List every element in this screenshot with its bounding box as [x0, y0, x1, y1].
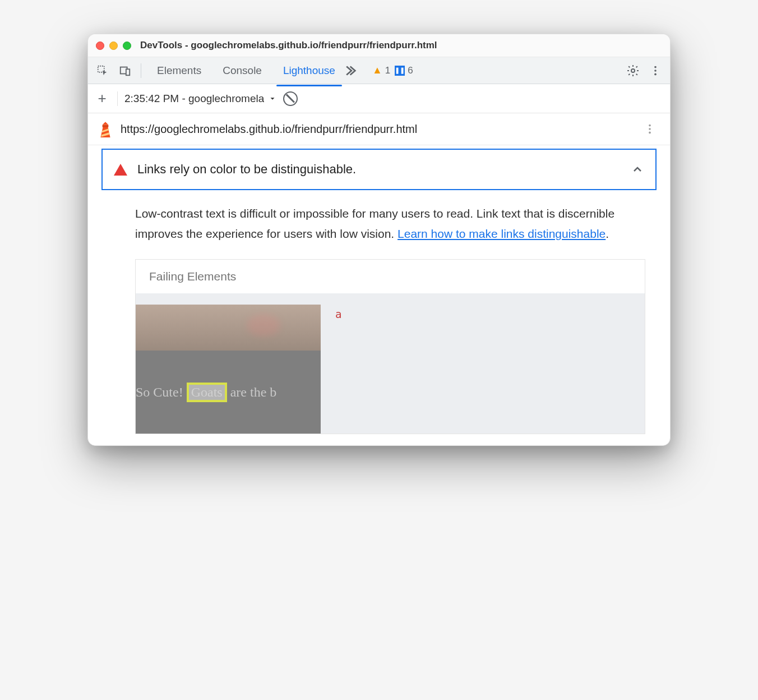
issues-count: 6: [408, 65, 413, 76]
devtools-toolbar: Elements Console Lighthouse ▲ 1 ❚❚ 6: [88, 57, 670, 84]
window-title: DevTools - googlechromelabs.github.io/fr…: [140, 40, 437, 51]
chevron-up-icon: [631, 163, 644, 176]
issue-badges: ▲ 1 ❚❚ 6: [372, 65, 413, 76]
issue-icon: ❚❚: [395, 66, 405, 76]
svg-point-6: [654, 73, 657, 75]
tabs-overflow-button[interactable]: [345, 63, 360, 78]
close-window-button[interactable]: [96, 42, 104, 50]
tab-lighthouse[interactable]: Lighthouse: [281, 59, 338, 82]
lighthouse-subbar: + 2:35:42 PM - googlechromela: [88, 84, 670, 113]
svg-point-10: [649, 132, 651, 134]
clear-report-button[interactable]: [283, 91, 298, 106]
divider: [141, 63, 141, 78]
issues-badge[interactable]: ❚❚ 6: [395, 65, 413, 76]
audit-item-header[interactable]: Links rely on color to be distinguishabl…: [101, 149, 657, 190]
more-menu-icon[interactable]: [645, 61, 665, 81]
divider: [117, 91, 118, 106]
audit-description: Low-contrast text is difficult or imposs…: [101, 190, 657, 257]
failing-elements-body: So Cute! Goats are the b a: [136, 293, 645, 434]
svg-point-4: [654, 66, 657, 68]
thumbnail-image-region: [136, 305, 321, 351]
report-selector[interactable]: 2:35:42 PM - googlechromela: [124, 93, 276, 105]
failing-elements-panel: Failing Elements So Cute! Goats are the …: [135, 259, 645, 434]
warnings-count: 1: [385, 65, 390, 76]
failing-elements-header: Failing Elements: [136, 260, 645, 293]
new-report-button[interactable]: +: [94, 90, 110, 107]
warnings-badge[interactable]: ▲ 1: [372, 65, 390, 76]
report-url: https://googlechromelabs.github.io/frien…: [121, 123, 632, 136]
thumb-text-post: are the b: [230, 385, 277, 400]
fail-triangle-icon: [114, 164, 127, 176]
lighthouse-icon: [98, 121, 113, 137]
settings-gear-icon[interactable]: [623, 61, 643, 81]
highlighted-link-text: Goats: [187, 383, 227, 402]
inspect-element-icon[interactable]: [93, 61, 113, 81]
titlebar: DevTools - googlechromelabs.github.io/fr…: [88, 34, 670, 57]
audit-content: Links rely on color to be distinguishabl…: [88, 149, 670, 445]
thumbnail-text-region: So Cute! Goats are the b: [136, 351, 321, 434]
element-screenshot-thumbnail[interactable]: So Cute! Goats are the b: [136, 305, 321, 434]
warning-triangle-icon: ▲: [372, 65, 382, 76]
learn-more-link[interactable]: Learn how to make links distinguishable: [398, 227, 606, 240]
thumb-text-pre: So Cute!: [136, 385, 183, 400]
svg-point-8: [649, 125, 651, 127]
svg-point-5: [654, 70, 657, 72]
selected-report-label: 2:35:42 PM - googlechromela: [124, 93, 264, 105]
device-toolbar-icon[interactable]: [115, 61, 135, 81]
devtools-window: DevTools - googlechromelabs.github.io/fr…: [87, 34, 671, 446]
tab-console[interactable]: Console: [220, 59, 264, 82]
minimize-window-button[interactable]: [109, 42, 118, 50]
audit-title: Links rely on color to be distinguishabl…: [137, 162, 621, 177]
tab-elements[interactable]: Elements: [155, 59, 204, 82]
svg-point-9: [649, 128, 651, 130]
report-url-bar: https://googlechromelabs.github.io/frien…: [88, 113, 670, 145]
element-tag-label[interactable]: a: [335, 305, 341, 320]
traffic-lights: [96, 42, 131, 50]
report-menu-icon[interactable]: [640, 119, 660, 139]
svg-point-3: [631, 69, 635, 72]
tabs: Elements Console Lighthouse: [155, 59, 338, 82]
svg-rect-2: [126, 69, 130, 75]
maximize-window-button[interactable]: [123, 42, 131, 50]
svg-rect-7: [103, 125, 109, 127]
dropdown-triangle-icon: [269, 95, 276, 103]
